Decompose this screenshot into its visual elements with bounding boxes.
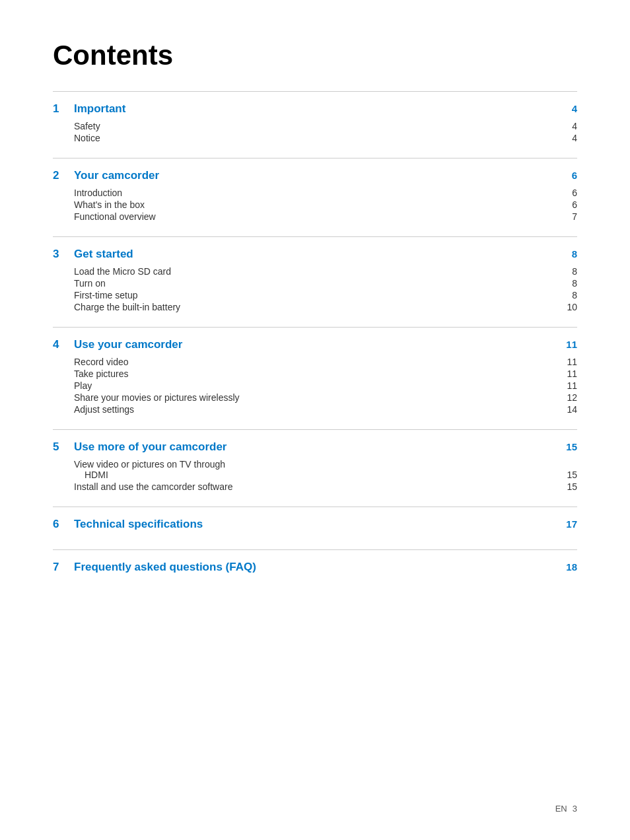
toc-entry: Load the Micro SD card8 — [74, 266, 577, 277]
toc-entry: Notice4 — [74, 133, 577, 143]
toc-entry-page: 11 — [564, 380, 577, 391]
section-page-4: 11 — [566, 339, 577, 350]
toc-section-3: 3Get started8Load the Micro SD card8Turn… — [53, 236, 577, 327]
section-number-title-6: 6Technical specifications — [53, 518, 203, 531]
section-header-3: 3Get started8 — [53, 248, 577, 261]
toc-entry: Charge the built-in battery10 — [74, 302, 577, 312]
toc-entry-text: Install and use the camcorder software — [74, 481, 232, 492]
page: Contents 1Important4Safety4Notice42Your … — [0, 0, 630, 840]
section-title-6: Technical specifications — [74, 518, 203, 531]
toc-entries-3: Load the Micro SD card8Turn on8First-tim… — [53, 266, 577, 312]
section-number-title-7: 7Frequently asked questions (FAQ) — [53, 561, 256, 574]
toc-entry-page: 10 — [564, 302, 577, 312]
section-header-5: 5Use more of your camcorder15 — [53, 440, 577, 454]
section-title-4: Use your camcorder — [74, 338, 182, 351]
toc-entry-text: Turn on — [74, 278, 106, 289]
section-title-1: Important — [74, 102, 125, 116]
section-number-5: 5 — [53, 440, 66, 454]
toc-entry: Record video11 — [74, 357, 577, 367]
section-page-6: 17 — [566, 518, 577, 530]
toc-entry-text: First-time setup — [74, 290, 137, 300]
toc-entry: Functional overview7 — [74, 211, 577, 222]
section-page-1: 4 — [572, 103, 577, 114]
section-page-5: 15 — [566, 441, 577, 452]
section-page-2: 6 — [572, 170, 577, 181]
section-number-title-5: 5Use more of your camcorder — [53, 440, 227, 454]
section-number-3: 3 — [53, 248, 66, 261]
toc-entry-page: 6 — [564, 199, 577, 210]
footer-page: 3 — [573, 804, 577, 814]
section-header-1: 1Important4 — [53, 102, 577, 116]
toc-entry-text: Introduction — [74, 188, 122, 198]
toc-entry-text: View video or pictures on TV through HDM… — [74, 459, 225, 480]
section-number-6: 6 — [53, 518, 66, 531]
toc-section-7: 7Frequently asked questions (FAQ)18 — [53, 549, 577, 592]
section-title-3: Get started — [74, 248, 133, 261]
toc-entry-text: What's in the box — [74, 199, 145, 210]
toc-entry-text: Notice — [74, 133, 100, 143]
toc-entry: Install and use the camcorder software15 — [74, 481, 577, 492]
toc-entry-text: Share your movies or pictures wirelessly — [74, 392, 240, 403]
toc-entry: Take pictures11 — [74, 368, 577, 379]
toc-entry: Adjust settings14 — [74, 404, 577, 415]
section-header-4: 4Use your camcorder11 — [53, 338, 577, 351]
section-number-title-3: 3Get started — [53, 248, 133, 261]
toc-entries-4: Record video11Take pictures11Play11Share… — [53, 357, 577, 415]
toc-entries-5: View video or pictures on TV through HDM… — [53, 459, 577, 492]
toc-entry-page: 4 — [564, 133, 577, 143]
toc-entries-1: Safety4Notice4 — [53, 121, 577, 143]
section-header-2: 2Your camcorder6 — [53, 169, 577, 182]
toc-entry-page: 12 — [564, 392, 577, 403]
toc-entry-page: 8 — [564, 290, 577, 300]
section-number-7: 7 — [53, 561, 66, 574]
section-title-5: Use more of your camcorder — [74, 440, 227, 454]
toc-entry-text: Record video — [74, 357, 129, 367]
toc-entry: Share your movies or pictures wirelessly… — [74, 392, 577, 403]
toc-entry: What's in the box6 — [74, 199, 577, 210]
toc-entry: First-time setup8 — [74, 290, 577, 300]
toc-section-5: 5Use more of your camcorder15View video … — [53, 429, 577, 507]
toc-entry-page: 8 — [564, 266, 577, 277]
section-number-title-4: 4Use your camcorder — [53, 338, 182, 351]
toc-entry-text: Adjust settings — [74, 404, 134, 415]
section-number-4: 4 — [53, 338, 66, 351]
toc-entry-page: 7 — [564, 211, 577, 222]
section-page-3: 8 — [572, 248, 577, 260]
toc-entry: Play11 — [74, 380, 577, 391]
toc-entries-2: Introduction6What's in the box6Functiona… — [53, 188, 577, 222]
toc-entry-page: 6 — [564, 188, 577, 198]
section-number-title-2: 2Your camcorder — [53, 169, 159, 182]
section-title-7: Frequently asked questions (FAQ) — [74, 561, 256, 574]
footer-lang: EN — [555, 804, 567, 814]
section-header-7: 7Frequently asked questions (FAQ)18 — [53, 561, 577, 574]
toc-container: 1Important4Safety4Notice42Your camcorder… — [53, 91, 577, 592]
toc-entry-text: Play — [74, 380, 92, 391]
section-number-title-1: 1Important — [53, 102, 125, 116]
toc-entry-text: Functional overview — [74, 211, 156, 222]
section-title-2: Your camcorder — [74, 169, 159, 182]
toc-section-4: 4Use your camcorder11Record video11Take … — [53, 327, 577, 429]
toc-entry: Safety4 — [74, 121, 577, 131]
toc-section-6: 6Technical specifications17 — [53, 507, 577, 549]
page-title: Contents — [53, 40, 577, 71]
toc-entry-page: 15 — [564, 481, 577, 492]
toc-section-1: 1Important4Safety4Notice4 — [53, 91, 577, 158]
toc-entry: View video or pictures on TV through HDM… — [74, 459, 577, 480]
toc-entry-page: 4 — [564, 121, 577, 131]
toc-entry-page: 15 — [564, 470, 577, 480]
toc-entry-text: Safety — [74, 121, 100, 131]
toc-entry-text: Charge the built-in battery — [74, 302, 180, 312]
section-number-1: 1 — [53, 102, 66, 116]
toc-entry-page: 8 — [564, 278, 577, 289]
section-header-6: 6Technical specifications17 — [53, 518, 577, 531]
toc-entry-page: 11 — [564, 368, 577, 379]
toc-entry-page: 11 — [564, 357, 577, 367]
toc-entry-text: Take pictures — [74, 368, 128, 379]
footer: EN 3 — [555, 804, 577, 814]
section-number-2: 2 — [53, 169, 66, 182]
toc-entry-text: Load the Micro SD card — [74, 266, 171, 277]
toc-section-2: 2Your camcorder6Introduction6What's in t… — [53, 158, 577, 236]
section-page-7: 18 — [566, 561, 577, 573]
toc-entry: Introduction6 — [74, 188, 577, 198]
toc-entry: Turn on8 — [74, 278, 577, 289]
